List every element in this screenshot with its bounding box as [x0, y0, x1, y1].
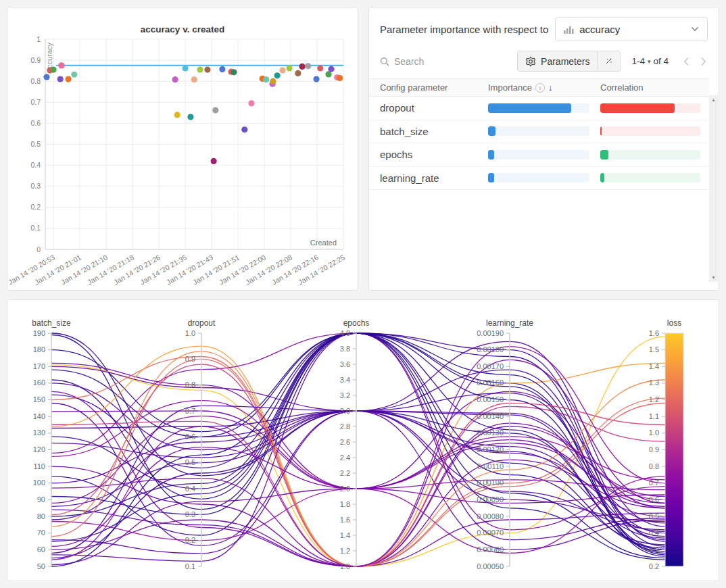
tick-label: 0.00050	[477, 562, 504, 570]
run-line[interactable]	[51, 333, 665, 560]
scatter-point[interactable]	[270, 78, 276, 84]
scatter-point[interactable]	[71, 72, 77, 78]
table-row[interactable]: dropout	[369, 97, 709, 120]
scatter-point[interactable]	[325, 71, 331, 77]
scatter-point[interactable]	[204, 66, 210, 72]
magic-wand-icon	[605, 55, 612, 67]
column-config-parameter[interactable]: Config parameter	[369, 82, 488, 93]
scatter-point[interactable]	[197, 66, 203, 72]
y-tick-label: 0.1	[30, 224, 41, 232]
tick-label: 0.00140	[477, 412, 504, 420]
scatter-point[interactable]	[231, 69, 237, 75]
correlation-bar[interactable]	[600, 103, 700, 113]
pagination-range[interactable]: 1-4	[631, 56, 645, 66]
scatter-point[interactable]	[299, 64, 305, 70]
tick-label: 1.4	[340, 531, 350, 539]
metric-select[interactable]: accuracy	[555, 17, 708, 41]
tick-label: 110	[33, 462, 45, 470]
scatter-point[interactable]	[182, 65, 188, 71]
run-line[interactable]	[51, 440, 665, 565]
y-tick-label: 0.3	[30, 182, 41, 190]
correlation-bar[interactable]	[600, 150, 700, 160]
selected-metric: accuracy	[579, 24, 685, 35]
tick-label: 0.00130	[477, 428, 504, 437]
tick-label: 0.2	[185, 536, 195, 544]
scatter-point[interactable]	[248, 100, 254, 106]
correlation-bar[interactable]	[600, 173, 700, 182]
importance-bar[interactable]	[488, 103, 589, 113]
tick-label: 150	[33, 395, 45, 403]
tick-label: 190	[33, 329, 45, 337]
tick-label: 140	[33, 412, 45, 420]
importance-bar[interactable]	[488, 150, 589, 160]
importance-bar[interactable]	[488, 173, 589, 182]
scatter-point[interactable]	[317, 65, 323, 71]
config-parameter-name: batch_size	[369, 126, 488, 137]
scatter-point[interactable]	[50, 66, 56, 72]
scatter-point[interactable]	[274, 72, 281, 78]
table-row[interactable]: batch_size	[369, 120, 709, 144]
column-importance[interactable]: Importance i ↓	[488, 82, 600, 93]
tick-label: 0.00190	[477, 329, 504, 337]
tick-label: 1.0	[340, 562, 350, 570]
column-correlation[interactable]: Correlation	[600, 82, 708, 93]
scatter-point[interactable]	[191, 76, 197, 82]
scatter-point[interactable]	[241, 126, 247, 132]
scatter-point[interactable]	[219, 66, 225, 72]
scatter-point[interactable]	[328, 66, 334, 72]
tick-label: 0.5	[649, 512, 659, 520]
scatter-point[interactable]	[65, 76, 71, 82]
scatter-point[interactable]	[263, 76, 269, 82]
scatter-point[interactable]	[172, 76, 178, 82]
correlation-bar[interactable]	[600, 126, 700, 136]
importance-bar[interactable]	[488, 126, 589, 136]
tick-label: 0.8	[185, 381, 195, 389]
scatter-point[interactable]	[279, 67, 285, 73]
scatter-point[interactable]	[58, 62, 64, 68]
run-line[interactable]	[51, 333, 665, 541]
scatter-point[interactable]	[305, 63, 311, 69]
scatter-point[interactable]	[211, 158, 217, 164]
scatter-point[interactable]	[57, 76, 64, 82]
table-row[interactable]: learning_rate	[369, 167, 709, 191]
parameters-button[interactable]: Parameters	[517, 51, 598, 72]
run-line[interactable]	[51, 333, 665, 566]
table-row[interactable]: epochs	[369, 143, 709, 167]
table-scrollbar[interactable]: ▲ ▼	[709, 95, 718, 282]
tick-label: 0.6	[649, 495, 659, 504]
run-line[interactable]	[51, 333, 665, 555]
tick-label: 3.6	[340, 360, 350, 368]
run-line[interactable]	[51, 423, 665, 566]
pagination-arrows	[683, 57, 706, 66]
tick-label: 0.8	[649, 462, 659, 470]
tick-label: 0.00120	[477, 445, 504, 454]
chevron-left-icon[interactable]	[683, 57, 689, 66]
scroll-up-icon[interactable]: ▲	[711, 97, 716, 102]
info-icon[interactable]: i	[535, 83, 545, 93]
scatter-point[interactable]	[337, 75, 343, 81]
loss-colorbar[interactable]	[665, 333, 683, 566]
search-input[interactable]: Search	[380, 56, 512, 67]
run-line[interactable]	[51, 333, 665, 556]
run-line[interactable]	[51, 337, 665, 566]
scatter-point[interactable]	[174, 112, 180, 118]
scroll-down-icon[interactable]: ▼	[711, 275, 716, 280]
scatter-point[interactable]	[187, 114, 193, 120]
scatter-chart-panel: accuracy v. createdJan 14 '20 20:53Jan 1…	[7, 7, 358, 291]
tick-label: 2.0	[340, 485, 350, 493]
run-line[interactable]	[51, 347, 665, 566]
scatter-point[interactable]	[43, 74, 49, 80]
tick-label: 50	[37, 562, 45, 570]
sort-desc-icon[interactable]: ↓	[548, 82, 553, 93]
chevron-right-icon[interactable]	[700, 57, 706, 66]
magic-wand-button[interactable]	[598, 51, 621, 72]
tick-label: 0.4	[649, 529, 659, 537]
tick-label: 0.00100	[477, 479, 504, 487]
scatter-point[interactable]	[313, 76, 319, 82]
scatter-point[interactable]	[295, 70, 301, 76]
gear-icon	[525, 56, 536, 67]
pagination[interactable]: 1-4 ▾ of 4	[631, 56, 669, 66]
scatter-point[interactable]	[287, 65, 293, 71]
tick-label: 0.7	[185, 407, 195, 415]
scatter-point[interactable]	[212, 107, 218, 114]
